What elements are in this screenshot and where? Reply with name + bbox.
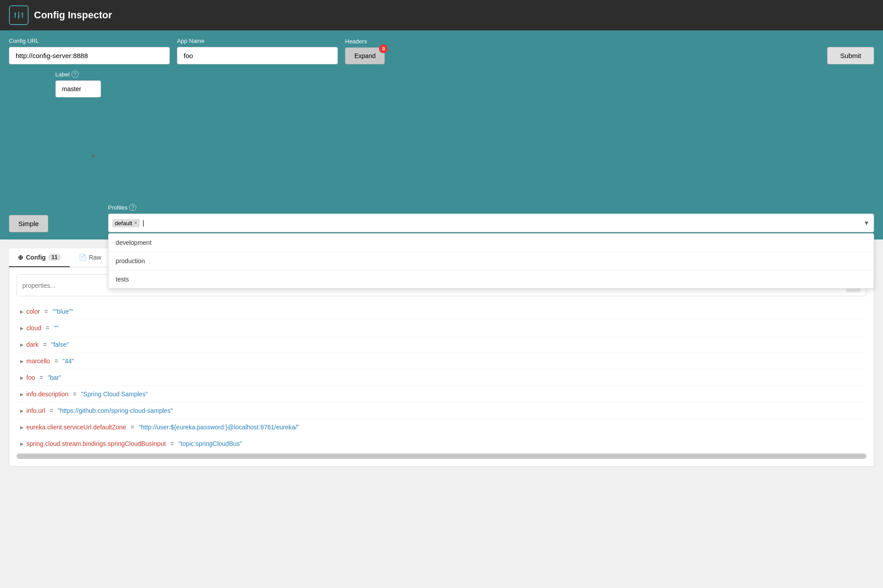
config-item-info-description: ▶ info.description = "Spring Cloud Sampl… <box>17 386 866 403</box>
app-icon <box>9 5 29 25</box>
config-item-marcello: ▶ marcello = "44" <box>17 353 866 370</box>
label-select-arrow: ▼ <box>90 153 97 160</box>
raw-tab-icon: 📄 <box>79 254 86 261</box>
profiles-text-input[interactable] <box>142 218 858 227</box>
expand-arrow-eureka[interactable]: ▶ <box>20 425 24 430</box>
expand-arrow-foo[interactable]: ▶ <box>20 375 24 380</box>
app-name-input[interactable] <box>177 47 338 64</box>
config-item-cloud: ▶ cloud = "" <box>17 320 866 336</box>
toolbar: Config URL App Name Headers Expand 0 Sub… <box>0 30 883 239</box>
app-title: Config Inspector <box>34 9 112 21</box>
profiles-dropdown-container: default × ▼ development production tests <box>108 214 874 232</box>
profiles-input-box[interactable]: default × <box>108 214 874 232</box>
profiles-group: Profiles ? default × ▼ development produ… <box>108 204 874 232</box>
expand-arrow-cloud[interactable]: ▶ <box>20 326 24 331</box>
config-item-eureka: ▶ eureka.client.serviceUrl.defaultZone =… <box>17 419 866 436</box>
label-label: Label ? <box>55 71 101 78</box>
profile-tag-default: default × <box>112 219 140 227</box>
horizontal-scrollbar[interactable] <box>17 454 866 459</box>
config-tab-icon: ⊕ <box>18 254 23 261</box>
config-url-input[interactable] <box>9 47 170 64</box>
headers-badge: 0 <box>379 44 388 53</box>
app-name-label: App Name <box>177 38 338 44</box>
config-item-dark: ▶ dark = "false" <box>17 336 866 353</box>
headers-label: Headers <box>345 38 385 45</box>
submit-button[interactable]: Submit <box>827 47 874 64</box>
label-select-wrapper: master main develop ▼ <box>55 80 101 232</box>
headers-group: Headers Expand 0 <box>345 38 385 64</box>
profiles-dropdown: development production tests <box>108 233 874 289</box>
config-item-info-url: ▶ info.url = "https://github.com/spring-… <box>17 403 866 419</box>
config-item-color: ▶ color = ""blue"" <box>17 303 866 320</box>
app-name-group: App Name <box>177 38 338 64</box>
tab-raw[interactable]: 📄 Raw <box>70 248 110 267</box>
config-item-foo: ▶ foo = "bar" <box>17 370 866 386</box>
config-tab-badge: 11 <box>48 254 60 261</box>
expand-arrow-spring-cloud[interactable]: ▶ <box>20 441 24 446</box>
profiles-help-icon[interactable]: ? <box>129 204 136 211</box>
expand-arrow-dark[interactable]: ▶ <box>20 342 24 347</box>
config-panel: ▶ color = ""blue"" ▶ cloud = "" ▶ dark =… <box>9 267 874 466</box>
expand-arrow-marcello[interactable]: ▶ <box>20 359 24 364</box>
profiles-label: Profiles ? <box>108 204 874 211</box>
config-url-label: Config URL <box>9 38 170 44</box>
config-item-spring-cloud: ▶ spring.cloud.stream.bindings.springClo… <box>17 436 866 452</box>
label-help-icon[interactable]: ? <box>71 71 79 78</box>
simple-button[interactable]: Simple <box>9 215 48 232</box>
expand-arrow-info-url[interactable]: ▶ <box>20 408 24 413</box>
expand-arrow-color[interactable]: ▶ <box>20 309 24 314</box>
dropdown-item-development[interactable]: development <box>109 234 874 252</box>
label-select[interactable]: master main develop <box>55 80 101 97</box>
config-items-scroll: ▶ color = ""blue"" ▶ cloud = "" ▶ dark =… <box>17 303 866 452</box>
config-url-group: Config URL <box>9 38 170 64</box>
dropdown-item-production[interactable]: production <box>109 252 874 270</box>
tab-config[interactable]: ⊕ Config 11 <box>9 248 70 267</box>
submit-group: Submit <box>827 47 874 64</box>
expand-arrow-info-description[interactable]: ▶ <box>20 392 24 397</box>
expand-label: Expand <box>354 52 375 59</box>
dropdown-item-tests[interactable]: tests <box>109 270 874 288</box>
config-items: ▶ color = ""blue"" ▶ cloud = "" ▶ dark =… <box>17 303 866 452</box>
label-group: Label ? master main develop ▼ <box>55 71 101 232</box>
submit-label: Submit <box>840 52 861 59</box>
expand-button[interactable]: Expand 0 <box>345 47 385 64</box>
app-header: Config Inspector <box>0 0 883 30</box>
profile-tag-remove[interactable]: × <box>134 220 137 226</box>
simple-label: Simple <box>18 220 39 227</box>
